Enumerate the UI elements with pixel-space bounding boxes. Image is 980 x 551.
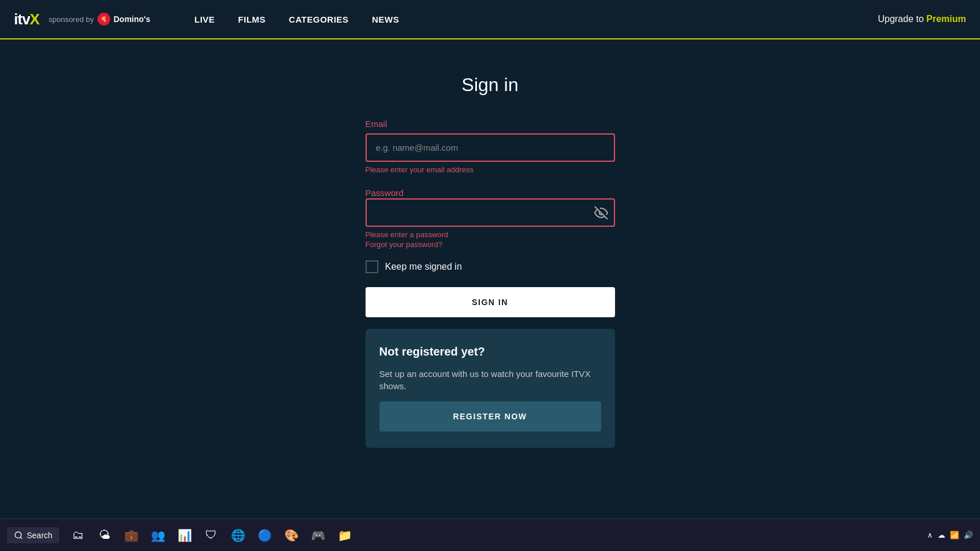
email-field-wrapper (366, 133, 615, 162)
taskbar: Search 🗂 🌤 💼 👥 📊 🛡 🌐 🔵 🎨 🎮 📁 ∧ ☁ 📶 🔊 (0, 519, 980, 551)
password-section: Password Please enter a password Forgot … (366, 188, 615, 260)
taskbar-icon-files[interactable]: 🗂 (66, 524, 89, 547)
taskbar-right: ∧ ☁ 📶 🔊 (927, 531, 973, 539)
register-desc: Set up an account with us to watch your … (379, 368, 601, 392)
sign-in-button[interactable]: SIGN IN (366, 287, 615, 317)
keep-signed-in-label[interactable]: Keep me signed in (385, 262, 462, 272)
taskbar-cloud-icon[interactable]: ☁ (938, 531, 945, 539)
page-title: Sign in (462, 74, 519, 96)
svg-line-2 (20, 537, 22, 539)
svg-point-1 (15, 532, 21, 538)
taskbar-search[interactable]: Search (7, 527, 59, 543)
taskbar-icon-teams[interactable]: 💼 (120, 524, 143, 547)
register-box: Not registered yet? Set up an account wi… (366, 329, 615, 448)
nav-link-live[interactable]: LIVE (194, 14, 215, 24)
eye-hidden-icon (594, 206, 608, 220)
keep-signed-in-row: Keep me signed in (366, 260, 615, 273)
taskbar-icon-excel[interactable]: 📊 (173, 524, 196, 547)
email-input[interactable] (366, 133, 615, 162)
search-icon (14, 531, 23, 540)
logo-text: itvX (14, 10, 39, 28)
nav-left: itvX sponsored by 🍕 Domino's LIVE FILMS … (14, 10, 399, 28)
nav-links: LIVE FILMS CATEGORIES NEWS (194, 14, 399, 24)
search-label: Search (27, 531, 52, 540)
password-errors: Please enter a password Forgot your pass… (366, 230, 615, 249)
nav-link-categories[interactable]: CATEGORIES (289, 14, 349, 24)
main-content: Sign in Email Please enter your email ad… (0, 39, 980, 519)
taskbar-wifi-icon[interactable]: 📶 (950, 531, 959, 539)
signin-form: Email Please enter your email address Pa… (366, 119, 615, 448)
password-input[interactable] (366, 198, 615, 227)
taskbar-icon-weather[interactable]: 🌤 (93, 524, 116, 547)
password-error-message: Please enter a password (366, 230, 615, 239)
keep-signed-in-checkbox[interactable] (366, 260, 378, 273)
password-label: Password (366, 188, 404, 198)
taskbar-icon-chrome[interactable]: 🔵 (253, 524, 276, 547)
nav-link-news[interactable]: NEWS (372, 14, 399, 24)
email-error-message: Please enter your email address (366, 165, 615, 174)
forgot-password-link[interactable]: Forgot your password? (366, 240, 615, 249)
dominos-icon: 🍕 (97, 13, 110, 26)
password-field-wrapper (366, 198, 615, 227)
toggle-password-button[interactable] (594, 206, 608, 220)
register-title: Not registered yet? (379, 345, 601, 358)
taskbar-icon-ms-teams[interactable]: 👥 (146, 524, 169, 547)
itvx-logo[interactable]: itvX (14, 10, 39, 28)
taskbar-volume-icon[interactable]: 🔊 (964, 531, 973, 539)
register-button[interactable]: REGISTER NOW (379, 401, 601, 432)
navbar: itvX sponsored by 🍕 Domino's LIVE FILMS … (0, 0, 980, 39)
taskbar-icon-chrome-alt[interactable]: 🌐 (226, 524, 249, 547)
taskbar-chevron-icon[interactable]: ∧ (927, 531, 933, 539)
taskbar-icon-photoshop[interactable]: 🎨 (280, 524, 303, 547)
taskbar-icon-folder[interactable]: 📁 (333, 524, 356, 547)
taskbar-app-icons: 🗂 🌤 💼 👥 📊 🛡 🌐 🔵 🎨 🎮 📁 (66, 524, 356, 547)
taskbar-icon-vpn[interactable]: 🛡 (200, 524, 223, 547)
email-label: Email (366, 119, 615, 129)
upgrade-button[interactable]: Upgrade to Premium (878, 14, 966, 24)
nav-link-films[interactable]: FILMS (238, 14, 266, 24)
sponsored-label: sponsored by 🍕 Domino's (49, 13, 150, 26)
taskbar-icon-games[interactable]: 🎮 (306, 524, 330, 547)
taskbar-system-icons: ∧ ☁ 📶 🔊 (927, 531, 973, 539)
